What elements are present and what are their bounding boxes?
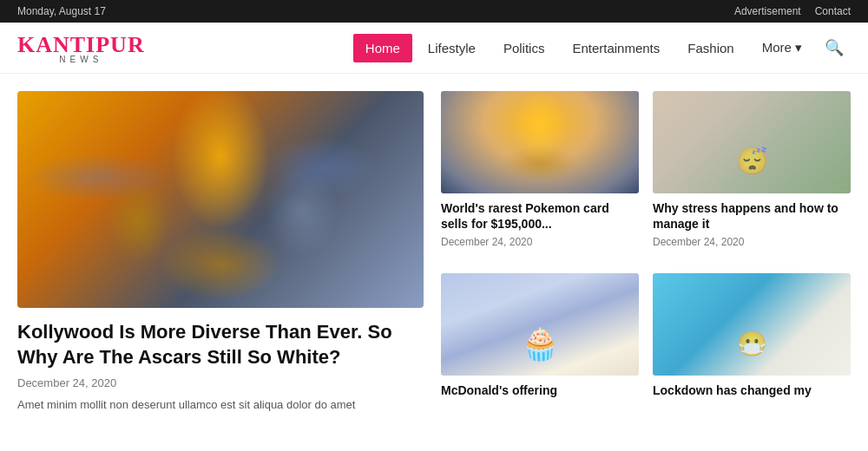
card-date-pokemon: December 24, 2020 (441, 236, 639, 248)
nav-item-entertainments[interactable]: Entertainments (560, 34, 672, 62)
card-image-pokemon (441, 91, 639, 193)
stress-image-bg (653, 91, 851, 193)
nav-item-politics[interactable]: Politics (491, 34, 557, 62)
card-title-pokemon: World's rarest Pokemon card sells for $1… (441, 200, 639, 232)
card-image-stress (653, 91, 851, 193)
date-label: Monday, August 17 (17, 5, 106, 17)
card-image-mcdonalds (441, 273, 639, 376)
featured-image (17, 91, 424, 308)
card-title-stress: Why stress happens and how to manage it (653, 200, 851, 232)
featured-title: Kollywood Is More Diverse Than Ever. So … (17, 320, 424, 369)
header: KANTIPUR NEWS Home Lifestyle Politics En… (0, 23, 868, 74)
nav-item-fashion[interactable]: Fashion (675, 34, 746, 62)
card-image-lockdown (653, 273, 851, 376)
smoke-decoration (17, 91, 424, 308)
featured-article: Kollywood Is More Diverse Than Ever. So … (17, 91, 424, 414)
card-date-stress: December 24, 2020 (653, 236, 851, 248)
card-stress[interactable]: Why stress happens and how to manage it … (653, 91, 851, 259)
card-title-mcdonalds: McDonald's offering (441, 382, 639, 398)
featured-date: December 24, 2020 (17, 376, 424, 389)
top-bar-right: Advertisement Contact (734, 5, 851, 17)
featured-excerpt: Amet minim mollit non deserunt ullamco e… (17, 396, 424, 414)
card-lockdown[interactable]: Lockdown has changed my (653, 273, 851, 414)
lockdown-image-bg (653, 273, 851, 376)
mcdonalds-image-bg (441, 273, 639, 376)
card-pokemon[interactable]: World's rarest Pokemon card sells for $1… (441, 91, 639, 259)
card-grid: World's rarest Pokemon card sells for $1… (441, 91, 851, 414)
advertisement-link[interactable]: Advertisement (734, 5, 801, 17)
nav-item-lifestyle[interactable]: Lifestyle (416, 34, 488, 62)
card-mcdonalds[interactable]: McDonald's offering (441, 273, 639, 414)
nav-item-more[interactable]: More ▾ (750, 33, 814, 62)
search-button[interactable]: 🔍 (818, 31, 851, 64)
card-title-lockdown: Lockdown has changed my (653, 382, 851, 398)
main-content: Kollywood Is More Diverse Than Ever. So … (0, 74, 868, 431)
contact-link[interactable]: Contact (815, 5, 851, 17)
logo[interactable]: KANTIPUR NEWS (17, 32, 145, 64)
pokemon-image-bg (441, 91, 639, 193)
top-bar: Monday, August 17 Advertisement Contact (0, 0, 868, 23)
main-nav: Home Lifestyle Politics Entertainments F… (353, 31, 851, 64)
nav-item-home[interactable]: Home (353, 34, 412, 62)
